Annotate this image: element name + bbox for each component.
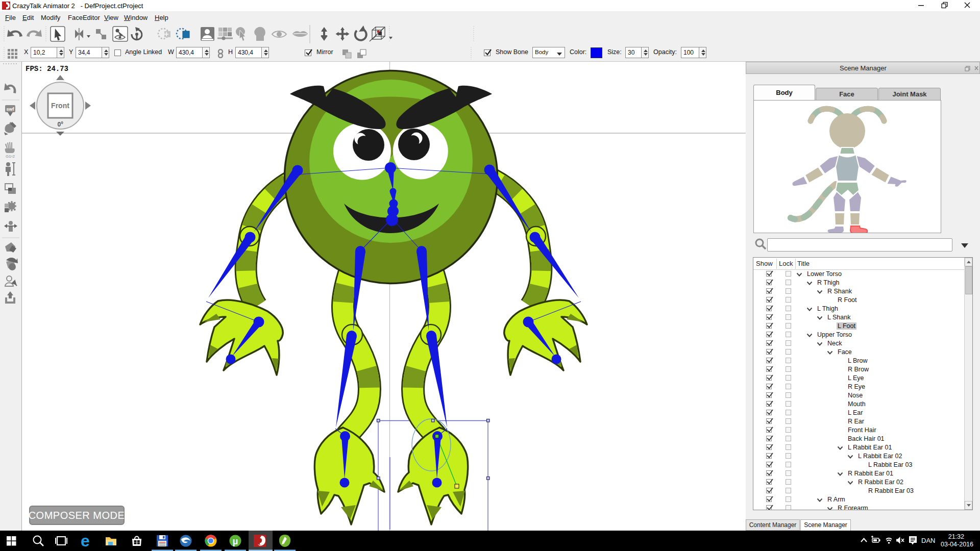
svg-text:µ: µ <box>233 536 238 546</box>
svg-text:03-04-2016: 03-04-2016 <box>941 541 973 548</box>
svg-text:e: e <box>81 532 90 550</box>
svg-text:G1›2: G1›2 <box>6 154 15 159</box>
svg-text:swf: swf <box>6 107 14 112</box>
svg-text:FPS: 24.73: FPS: 24.73 <box>26 65 68 73</box>
svg-text:COMPOSER MODE: COMPOSER MODE <box>29 510 125 521</box>
svg-text:21:32: 21:32 <box>948 533 964 540</box>
svg-text:0º: 0º <box>57 121 63 128</box>
svg-text:DAN: DAN <box>921 537 935 544</box>
svg-text:Front: Front <box>51 102 69 110</box>
